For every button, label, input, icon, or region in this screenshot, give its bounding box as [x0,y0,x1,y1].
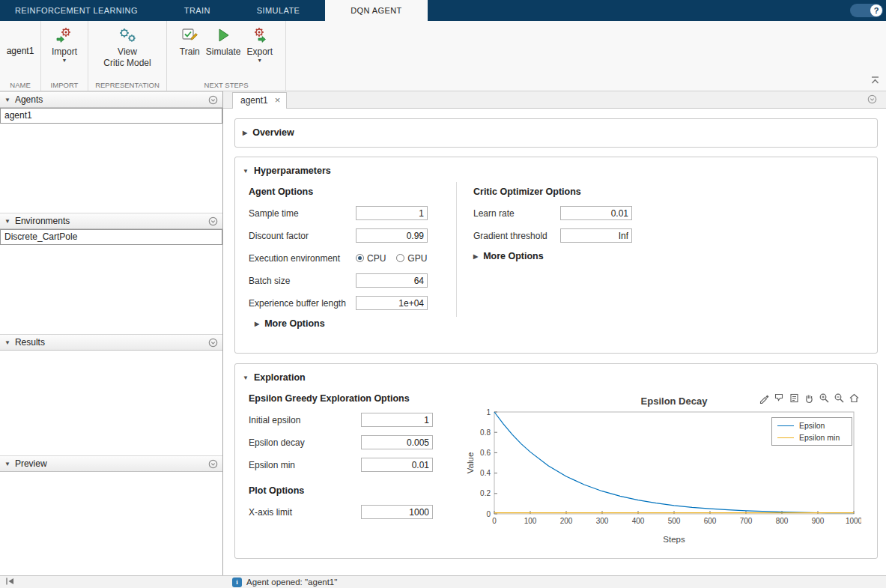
list-item-agent[interactable]: agent1 [0,108,222,124]
batch-size-row: Batch size [249,273,456,288]
document-tab-agent1[interactable]: agent1 × [232,92,287,109]
browser-sidebar: ▼ Agents agent1 ▼ Environments Discrete_… [0,91,223,576]
simulate-icon [214,26,232,46]
svg-text:0.2: 0.2 [480,489,491,497]
collapse-icon: ▼ [4,97,10,103]
discount-factor-label: Discount factor [249,231,356,241]
agent-more-options[interactable]: ▶ More Options [255,318,456,329]
experience-buffer-input[interactable] [356,296,428,310]
overview-title: Overview [252,127,294,138]
exploration-header[interactable]: ▼ Exploration [235,364,877,389]
sample-time-row: Sample time [249,206,456,220]
gradient-threshold-label: Gradient threshold [473,231,560,241]
hyperparameters-header[interactable]: ▼ Hyperparameters [235,157,877,182]
epsilon-min-input[interactable] [361,458,433,472]
document-actions-icon[interactable] [867,94,877,106]
epsilon-min-line-sample [777,437,794,438]
svg-text:0.6: 0.6 [480,449,491,457]
list-item-environment[interactable]: Discrete_CartPole [0,229,222,245]
collapse-icon: ▼ [4,218,10,225]
svg-text:700: 700 [740,517,753,525]
panel-actions-icon[interactable] [208,338,218,348]
x-axis-limit-input[interactable] [361,505,433,519]
view-critic-label-line1: View [118,47,137,58]
export-icon [251,26,269,46]
svg-text:0: 0 [492,517,497,525]
exploration-options-column: Epsilon Greedy Exploration Options Initi… [235,393,460,519]
epsilon-decay-row: Epsilon decay [249,435,460,449]
svg-text:0: 0 [486,510,491,518]
agent-name-field[interactable]: agent1 [7,46,34,56]
collapse-icon: ▼ [4,339,10,346]
minimize-ribbon-icon[interactable] [870,76,880,87]
experience-buffer-row: Experience buffer length [249,296,456,310]
cpu-radio[interactable] [356,254,364,262]
status-message-area: i Agent opened: "agent1" [222,578,337,587]
ribbon-section-import: Import ▼ IMPORT [41,21,88,91]
gpu-radio-option[interactable]: GPU [396,253,427,264]
collapse-icon: ▼ [243,168,249,175]
environments-panel: ▼ Environments Discrete_CartPole [0,213,222,334]
tab-dqn-agent[interactable]: DQN AGENT [325,0,427,21]
cpu-radio-option[interactable]: CPU [356,253,386,264]
train-button[interactable]: Train [177,25,203,59]
discount-factor-row: Discount factor [249,228,456,243]
tab-train[interactable]: TRAIN [169,0,225,21]
sample-time-input[interactable] [356,206,428,220]
results-panel-header[interactable]: ▼ Results [0,334,222,351]
document-tab-bar: agent1 × [223,91,886,109]
chart-title: Epsilon Decay [494,395,854,407]
agent-document: ▶ Overview ▼ Hyperparameters Agent Optio… [223,109,886,576]
view-critic-model-button[interactable]: View Critic Model [100,25,154,70]
legend-entry-epsilon: Epsilon [777,421,846,430]
section-label-next-steps: NEXT STEPS [167,81,285,89]
collapse-sidebar-icon[interactable] [4,577,15,587]
environments-panel-header[interactable]: ▼ Environments [0,213,222,229]
agents-list: agent1 [0,108,222,213]
epsilon-decay-input[interactable] [361,435,433,449]
critic-more-options[interactable]: ▶ More Options [473,251,632,261]
gears-icon [118,26,137,46]
experience-buffer-label: Experience buffer length [249,298,356,309]
initial-epsilon-input[interactable] [361,413,433,427]
tab-simulate[interactable]: SIMULATE [242,0,315,21]
info-icon: i [232,578,242,587]
svg-text:1000: 1000 [846,517,861,525]
export-dropdown-icon: ▼ [257,58,262,63]
svg-text:400: 400 [632,517,645,525]
x-axis-limit-label: X-axis limit [249,507,361,518]
gradient-threshold-input[interactable] [560,228,632,243]
panel-actions-icon[interactable] [208,216,218,226]
export-button[interactable]: Export ▼ [243,25,276,64]
simulate-button[interactable]: Simulate [203,25,244,59]
status-bar: i Agent opened: "agent1" [0,575,886,588]
section-label-representation: REPRESENTATION [88,81,166,89]
tab-reinforcement-learning[interactable]: REINFORCEMENT LEARNING [0,0,153,21]
agents-panel-header[interactable]: ▼ Agents [0,91,222,108]
svg-text:1: 1 [486,408,491,416]
epsilon-min-label: Epsilon min [249,460,361,470]
preview-panel-header[interactable]: ▼ Preview [0,455,222,472]
gpu-radio[interactable] [396,254,404,262]
panel-actions-icon[interactable] [208,459,218,469]
chart-y-axis-label: Value [466,440,475,485]
ribbon-section-representation: View Critic Model REPRESENTATION [88,21,167,91]
document-area: agent1 × ▶ Overview ▼ Hyperparameters Ag… [223,91,886,576]
gpu-radio-label: GPU [407,253,427,264]
learn-rate-input[interactable] [560,206,632,220]
overview-header[interactable]: ▶ Overview [235,119,877,144]
svg-text:200: 200 [560,517,573,525]
panel-actions-icon[interactable] [208,95,218,105]
import-button[interactable]: Import ▼ [49,25,80,64]
close-icon[interactable]: × [275,97,281,104]
help-button[interactable]: ? [850,4,883,17]
results-panel: ▼ Results [0,334,222,455]
overview-section: ▶ Overview [234,118,878,148]
svg-text:100: 100 [524,517,537,525]
hyperparameters-title: Hyperparameters [254,166,331,176]
discount-factor-input[interactable] [356,228,428,243]
batch-size-input[interactable] [356,273,428,288]
ribbon: agent1 NAME Import ▼ IMPORT [0,21,886,91]
execution-environment-row: Execution environment CPU GPU [249,251,456,265]
expand-icon: ▶ [473,253,478,260]
